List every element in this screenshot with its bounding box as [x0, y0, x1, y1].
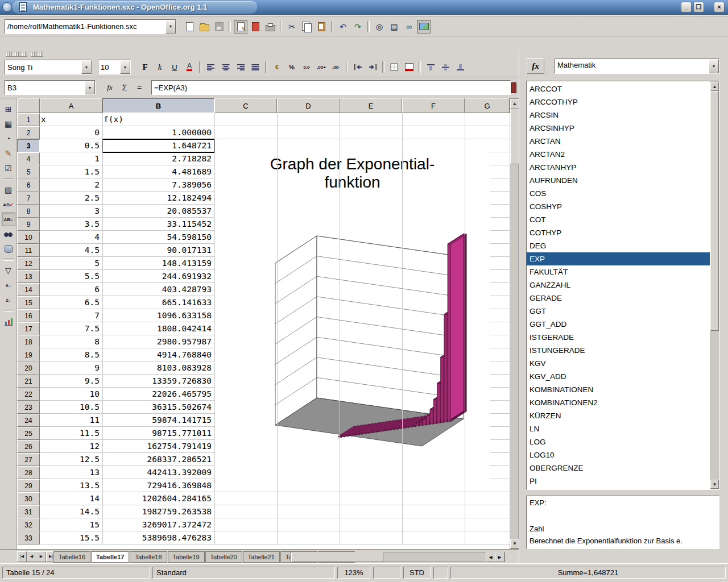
function-autopilot-button[interactable]: fx — [527, 58, 544, 74]
cell-B9[interactable]: 33.115452 — [104, 218, 212, 231]
font-size-input[interactable] — [98, 60, 120, 74]
column-header-E[interactable]: E — [340, 98, 402, 113]
function-item-arctan[interactable]: ARCTAN — [527, 135, 710, 148]
function-item-kombinationen2[interactable]: KOMBINATIONEN2 — [527, 396, 710, 409]
row-header-28[interactable]: 28 — [17, 466, 40, 479]
function-item-arctan2[interactable]: ARCTAN2 — [527, 148, 710, 161]
cell-B12[interactable]: 148.413159 — [104, 257, 212, 270]
cell-reference-input[interactable] — [5, 81, 85, 94]
vertical-split-handle[interactable] — [511, 82, 516, 93]
cell-B6[interactable]: 7.389056 — [104, 178, 212, 192]
row-header-9[interactable]: 9 — [17, 218, 40, 231]
row-header-13[interactable]: 13 — [17, 270, 40, 283]
function-item-aufrunden[interactable]: AUFRUNDEN — [527, 174, 710, 187]
sheet-tab-tabelle17[interactable]: Tabelle17 — [91, 551, 129, 563]
status-page-style[interactable]: Standard — [152, 567, 335, 579]
new-document-icon[interactable] — [183, 20, 196, 34]
align-top-icon[interactable] — [424, 60, 437, 74]
cell-A19[interactable]: 8.5 — [41, 348, 100, 361]
cell-A11[interactable]: 4.5 — [41, 244, 100, 257]
list-scroll-down-icon[interactable]: ▼ — [710, 480, 719, 489]
cell-B13[interactable]: 244.691932 — [104, 270, 212, 283]
document-url-input[interactable] — [5, 20, 166, 34]
background-color-icon[interactable] — [402, 60, 416, 74]
function-item-pi[interactable]: PI — [527, 475, 710, 488]
cell-B30[interactable]: 1202604.284165 — [104, 492, 212, 505]
stylist-icon[interactable]: ▤ — [387, 20, 401, 34]
cell-A12[interactable]: 5 — [41, 257, 100, 270]
align-right-icon[interactable] — [234, 60, 247, 74]
font-size-dropdown[interactable]: ▼ — [120, 60, 130, 74]
function-autopilot-icon[interactable]: fx — [103, 81, 117, 94]
insert-chart-icon[interactable] — [2, 315, 15, 329]
function-item-istgerade[interactable]: ISTGERADE — [527, 331, 710, 344]
hyperlink-icon[interactable]: ∞ — [402, 20, 416, 34]
row-header-24[interactable]: 24 — [17, 414, 40, 427]
category-dropdown-button[interactable]: ▼ — [709, 59, 719, 73]
cell-B4[interactable]: 2.718282 — [104, 152, 212, 165]
horizontal-scrollbar[interactable]: ◀ ▶ — [290, 552, 505, 562]
cell-A30[interactable]: 14 — [41, 492, 100, 505]
cell-A13[interactable]: 5.5 — [41, 270, 100, 283]
print-file-icon[interactable] — [263, 20, 277, 34]
tab-nav-next-icon[interactable]: ▶ — [36, 551, 46, 562]
function-equals-icon[interactable]: = — [133, 81, 146, 94]
function-item-kgv[interactable]: KGV — [527, 357, 710, 370]
row-header-26[interactable]: 26 — [17, 440, 40, 453]
row-header-10[interactable]: 10 — [17, 231, 40, 244]
cell-B19[interactable]: 4914.768840 — [104, 348, 212, 361]
function-item-ln[interactable]: LN — [527, 422, 710, 435]
function-item-exp[interactable]: EXP — [527, 252, 710, 265]
function-item-ggt-add[interactable]: GGT_ADD — [527, 318, 710, 331]
row-header-1[interactable]: 1 — [17, 113, 40, 126]
function-item-ganzzahl[interactable]: GANZZAHL — [527, 278, 710, 292]
navigator-icon[interactable]: ◎ — [373, 20, 386, 34]
scroll-right-icon[interactable]: ▶ — [495, 552, 504, 562]
cell-reference-dropdown[interactable]: ▼ — [85, 81, 95, 94]
row-header-18[interactable]: 18 — [17, 335, 40, 348]
cell-A8[interactable]: 3 — [41, 205, 100, 218]
function-item-fakult-t[interactable]: FAKULTÄT — [527, 265, 710, 278]
status-selection-mode[interactable]: STD — [403, 567, 431, 579]
cell-B22[interactable]: 22026.465795 — [104, 388, 212, 401]
function-item-ggt[interactable]: GGT — [527, 305, 710, 318]
export-pdf-icon[interactable] — [249, 20, 262, 34]
function-item-kgv-add[interactable]: KGV_ADD — [527, 370, 710, 383]
scroll-down-icon[interactable]: ▼ — [510, 539, 519, 548]
row-header-3[interactable]: 3 — [17, 139, 40, 152]
find-replace-icon[interactable] — [2, 227, 15, 241]
sum-icon[interactable]: Σ — [118, 81, 131, 94]
cell-A31[interactable]: 14.5 — [41, 505, 100, 518]
cell-A23[interactable]: 10.5 — [41, 401, 100, 414]
cut-icon[interactable]: ✂ — [285, 20, 299, 34]
cell-A33[interactable]: 15.5 — [41, 531, 100, 544]
function-item-k-rzen[interactable]: KÜRZEN — [527, 409, 710, 422]
row-header-25[interactable]: 25 — [17, 427, 40, 440]
format-currency-icon[interactable]: € — [270, 60, 284, 74]
cell-B32[interactable]: 3269017.372472 — [104, 518, 212, 531]
row-header-6[interactable]: 6 — [17, 178, 40, 192]
cell-A32[interactable]: 15 — [41, 518, 100, 531]
cell-B18[interactable]: 2980.957987 — [104, 335, 212, 348]
align-vcenter-icon[interactable] — [439, 60, 452, 74]
status-zoom[interactable]: 123% — [337, 567, 370, 579]
row-header-23[interactable]: 23 — [17, 401, 40, 414]
column-header-C[interactable]: C — [214, 98, 277, 113]
row-header-29[interactable]: 29 — [17, 479, 40, 492]
cell-A21[interactable]: 9.5 — [41, 375, 100, 388]
cell-B21[interactable]: 13359.726830 — [104, 375, 212, 388]
row-header-16[interactable]: 16 — [17, 309, 40, 322]
decrease-indent-icon[interactable] — [351, 60, 365, 74]
increase-indent-icon[interactable] — [366, 60, 379, 74]
cell-A1[interactable]: x — [41, 113, 100, 126]
cell-A14[interactable]: 6 — [41, 283, 100, 296]
cell-B1[interactable]: f(x) — [104, 113, 212, 126]
font-name-dropdown[interactable]: ▼ — [81, 60, 92, 74]
sheet-tab-tabelle16[interactable]: Tabelle16 — [53, 551, 90, 563]
align-justify-icon[interactable] — [249, 60, 262, 74]
function-item-gerade[interactable]: GERADE — [527, 292, 710, 305]
cell-B28[interactable]: 442413.392009 — [104, 466, 212, 479]
auto-spellcheck-icon[interactable]: AB≈ — [2, 213, 15, 226]
cell-A4[interactable]: 1 — [41, 152, 100, 165]
cell-A9[interactable]: 3.5 — [41, 218, 100, 231]
